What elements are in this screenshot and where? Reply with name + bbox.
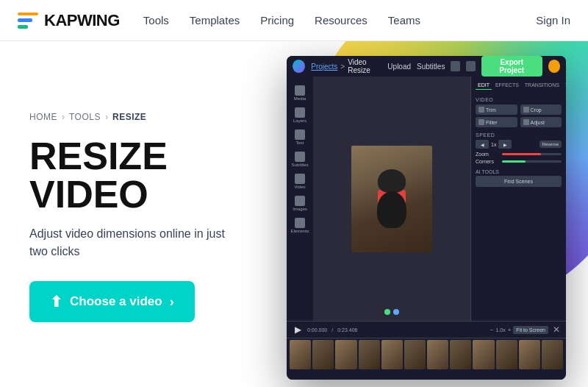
sidebar-media[interactable]: Media <box>290 82 310 103</box>
navbar-left: KAPWING Tools Templates Pricing Resource… <box>18 11 420 30</box>
timeline-dots <box>384 309 399 315</box>
timeline-strip <box>287 338 566 371</box>
crop-button[interactable]: Crop <box>520 104 562 115</box>
logo[interactable]: KAPWING <box>18 11 120 30</box>
thumb-11 <box>519 340 540 369</box>
speed-section-label: SPEED <box>476 132 562 138</box>
thumb-9 <box>473 340 494 369</box>
hero-title-line2: VIDEO <box>29 173 148 216</box>
filter-button[interactable]: Filter <box>476 117 517 127</box>
corners-label: Corners <box>476 159 499 164</box>
cta-button[interactable]: ⬆ Choose a video › <box>29 281 195 322</box>
right-panel: Projects > Video Resize Upload Subtitles… <box>279 41 588 387</box>
filter-adjust-row: Filter Adjust <box>476 117 562 127</box>
nav-tools[interactable]: Tools <box>143 14 169 26</box>
speed-value: 1x <box>491 142 496 147</box>
subtitles-btn[interactable]: Subtitles <box>417 63 445 71</box>
thumb-5 <box>381 340 403 369</box>
time-current: 0:00.000 <box>307 327 327 333</box>
images-icon <box>295 196 305 206</box>
speed-up[interactable]: ▶ <box>498 140 512 149</box>
nav-teams[interactable]: Teams <box>388 14 420 26</box>
cat-head <box>378 169 406 193</box>
editor-mockup: Projects > Video Resize Upload Subtitles… <box>287 56 566 380</box>
arrow-icon: › <box>170 294 174 310</box>
thumb-2 <box>312 340 334 369</box>
speed-down[interactable]: ◀ <box>476 140 489 149</box>
elements-icon <box>295 218 305 228</box>
sidebar-video[interactable]: Video <box>290 171 310 191</box>
sidebar-layers[interactable]: Layers <box>290 104 310 125</box>
adjust-button[interactable]: Adjust <box>520 117 562 127</box>
subtitles-icon <box>295 152 305 162</box>
main-content: HOME › TOOLS › RESIZE RESIZE VIDEO Adjus… <box>0 41 588 387</box>
signin-button[interactable]: Sign In <box>536 14 570 26</box>
tab-effects[interactable]: EFFECTS <box>493 81 521 90</box>
editor-topbar-left: Projects > Video Resize <box>293 58 387 74</box>
logo-icon <box>18 13 38 29</box>
sidebar-subtitles[interactable]: Subtitles <box>290 149 310 169</box>
layers-icon <box>295 107 305 118</box>
corners-track[interactable] <box>502 160 562 163</box>
breadcrumb-nav-sep: > <box>340 63 345 71</box>
editor-breadcrumb: Projects > Video Resize <box>311 58 387 74</box>
zoom-out-button[interactable]: − <box>490 327 494 333</box>
zoom-in-button[interactable]: + <box>508 327 512 333</box>
thumb-6 <box>404 340 426 369</box>
sidebar-text[interactable]: Text <box>290 127 310 147</box>
video-frame <box>351 146 432 252</box>
thumb-7 <box>427 340 448 369</box>
reverse-button[interactable]: Reverse <box>539 141 562 148</box>
text-icon <box>295 129 305 140</box>
breadcrumb-home[interactable]: HOME <box>29 112 57 122</box>
dot-2 <box>393 309 399 315</box>
play-button[interactable]: ▶ <box>293 324 303 335</box>
upload-icon: ⬆ <box>50 293 62 310</box>
nav-pricing[interactable]: Pricing <box>260 14 294 26</box>
export-button[interactable]: Export Project <box>481 56 542 77</box>
zoom-track[interactable] <box>502 153 562 155</box>
thumb-12 <box>542 340 563 369</box>
sidebar-images[interactable]: Images <box>290 193 310 213</box>
zoom-label: Zoom <box>476 152 499 157</box>
close-timeline-button[interactable]: ✕ <box>553 324 560 335</box>
hero-panel: HOME › TOOLS › RESIZE RESIZE VIDEO Adjus… <box>0 41 279 387</box>
zoom-control: − 1.0x + Fit to Screen <box>490 326 548 334</box>
corners-fill <box>502 160 526 163</box>
time-sep: / <box>331 327 333 333</box>
breadcrumb-sep-1: › <box>62 112 65 122</box>
trim-icon <box>478 107 484 113</box>
fit-button[interactable]: Fit to Screen <box>513 326 548 334</box>
nav-resources[interactable]: Resources <box>315 14 368 26</box>
settings-icon[interactable] <box>451 61 460 71</box>
editor-canvas <box>313 77 470 321</box>
user-avatar <box>548 60 560 73</box>
editor-body: Media Layers Text Subtitles <box>287 77 566 321</box>
media-icon <box>295 85 305 96</box>
upload-btn[interactable]: Upload <box>387 63 411 71</box>
crop-icon <box>523 107 529 113</box>
video-section-label: VIDEO <box>476 97 562 102</box>
tab-transitions[interactable]: TRANSITIONS <box>523 81 562 90</box>
share-icon[interactable] <box>466 61 476 71</box>
adjust-icon <box>523 119 529 125</box>
tab-edit[interactable]: EDIT <box>476 81 492 90</box>
nav-templates[interactable]: Templates <box>190 14 240 26</box>
timeline-controls: ▶ 0:00.000 / 0:23.406 − 1.0x + Fit to Sc… <box>287 322 566 338</box>
time-total: 0:23.406 <box>337 327 357 333</box>
sidebar-elements[interactable]: Elements <box>290 215 310 235</box>
thumb-8 <box>450 340 471 369</box>
breadcrumb-tools[interactable]: TOOLS <box>69 112 101 122</box>
cta-label: Choose a video <box>70 294 162 309</box>
find-scenes-button[interactable]: Find Scenes <box>476 176 562 187</box>
hero-description: Adjust video dimensions online in just t… <box>29 225 235 260</box>
cat-placeholder <box>366 169 417 228</box>
dot-1 <box>384 309 390 315</box>
trim-button[interactable]: Trim <box>476 104 517 115</box>
hero-title-line1: RESIZE <box>29 135 168 177</box>
cat-body <box>377 191 406 228</box>
tab-timing[interactable]: TIMING <box>563 81 566 90</box>
editor-timeline: ▶ 0:00.000 / 0:23.406 − 1.0x + Fit to Sc… <box>287 321 566 380</box>
projects-link[interactable]: Projects <box>311 63 337 71</box>
video-content <box>351 146 432 252</box>
